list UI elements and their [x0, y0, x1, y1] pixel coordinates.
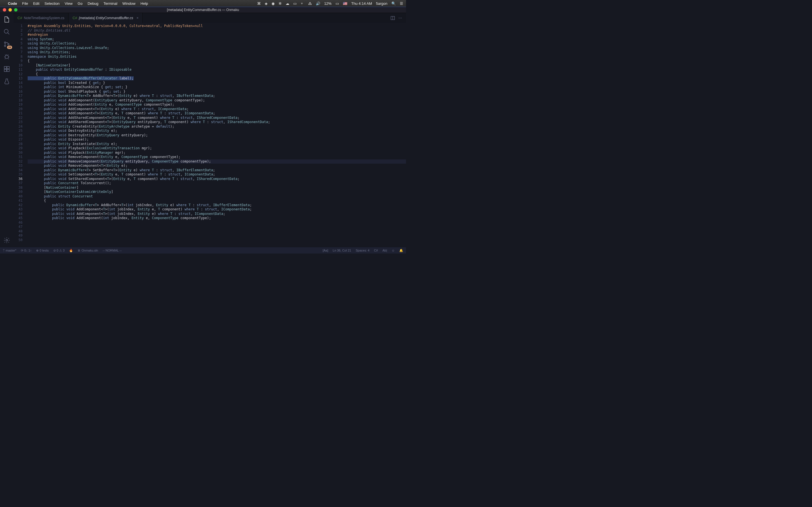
indent-indicator[interactable]: Spaces: 4 [356, 249, 369, 252]
more-actions-icon[interactable]: ⋯ [398, 16, 402, 20]
window-title: [metadata] EntityCommandBuffer.cs — Onma… [0, 8, 406, 12]
scm-badge: 26 [7, 46, 12, 49]
unity-icon[interactable]: ◈ [265, 1, 267, 6]
svg-point-2 [4, 45, 6, 47]
menu-edit[interactable]: Edit [33, 1, 39, 6]
menu-terminal[interactable]: Terminal [103, 1, 117, 6]
svg-point-0 [4, 29, 8, 33]
line-number-gutter: 1234567891011121314151617181920212223242… [13, 23, 28, 247]
display-icon[interactable]: ▭ [293, 1, 297, 6]
cloud-icon[interactable]: ☁ [286, 1, 289, 6]
tab-notetimebakingsystem[interactable]: C# NoteTimeBakingSystem.cs [13, 13, 68, 23]
code-editor[interactable]: 1234567891011121314151617181920212223242… [13, 23, 406, 247]
feedback-icon[interactable]: ☺ [392, 249, 395, 252]
menu-file[interactable]: File [22, 1, 28, 6]
battery-icon[interactable]: ▭ [336, 1, 339, 6]
test-icon[interactable] [3, 78, 10, 85]
split-editor-icon[interactable] [391, 16, 395, 20]
activity-bar: 26 [0, 13, 13, 247]
editor-area: C# NoteTimeBakingSystem.cs C# [metadata]… [13, 13, 406, 247]
debug-icon[interactable] [3, 53, 10, 60]
spotlight-icon[interactable]: 🔍 [391, 1, 396, 6]
svg-rect-5 [4, 66, 6, 69]
svg-rect-7 [4, 69, 6, 71]
control-center-icon[interactable]: ☰ [400, 1, 403, 6]
username[interactable]: 5argon [376, 1, 388, 6]
flame-icon[interactable]: 🔥 [69, 249, 73, 252]
settings-icon[interactable] [3, 237, 10, 244]
close-icon[interactable]: × [137, 16, 139, 20]
cursor-position[interactable]: Ln 36, Col 21 [333, 249, 351, 252]
tab-entitycommandbuffer[interactable]: C# [metadata] EntityCommandBuffer.cs × [68, 13, 143, 23]
svg-point-1 [4, 42, 6, 43]
solution-indicator[interactable]: 🗎 Onmaku.sln [78, 249, 98, 252]
wifi-icon[interactable]: ᯤ [301, 1, 304, 6]
record-icon[interactable]: ◉ [271, 1, 274, 6]
extensions-icon[interactable] [3, 65, 10, 73]
menu-debug[interactable]: Debug [88, 1, 98, 6]
menu-go[interactable]: Go [78, 1, 82, 6]
svg-point-4 [5, 55, 8, 59]
volume-icon[interactable]: 🔊 [316, 1, 320, 6]
case-toggle[interactable]: [Aa] [322, 249, 328, 252]
flag-icon[interactable]: 🇺🇸 [343, 1, 347, 6]
tab-label: [metadata] EntityCommandBuffer.cs [79, 16, 133, 20]
csharp-icon: C# [17, 16, 22, 20]
main-layout: 26 C# NoteTimeBakingSystem.cs C# [metada… [0, 13, 406, 247]
bluetooth-icon[interactable]: ⁂ [308, 1, 312, 6]
menu-window[interactable]: Window [122, 1, 135, 6]
csharp-icon: C# [72, 16, 77, 20]
source-control-icon[interactable]: 26 [3, 41, 10, 48]
sync-indicator[interactable]: ⟳ 0↓ 1↑ [21, 249, 32, 252]
macos-menubar: Code File Edit Selection View Go Debug T… [0, 0, 406, 7]
clock[interactable]: Thu 4:14 AM [351, 1, 372, 6]
search-icon[interactable] [3, 28, 10, 36]
menu-help[interactable]: Help [140, 1, 148, 6]
problems-indicator[interactable]: ⊘ 0 ⚠ 3 [53, 249, 64, 252]
battery-percent[interactable]: 12% [324, 1, 332, 6]
svg-rect-6 [7, 66, 9, 69]
svg-point-9 [6, 239, 8, 241]
menubar-icon[interactable]: ⌘ [257, 1, 261, 6]
menu-selection[interactable]: Selection [45, 1, 59, 6]
svg-point-3 [8, 44, 9, 45]
branch-indicator[interactable]: ᛘ master* [3, 249, 16, 252]
spell-indicator[interactable]: Ab| [382, 249, 387, 252]
app-name[interactable]: Code [8, 1, 17, 6]
vim-mode: -- NORMAL -- [103, 249, 121, 252]
dropbox-icon[interactable]: ✲ [278, 1, 282, 6]
tab-bar: C# NoteTimeBakingSystem.cs C# [metadata]… [13, 13, 406, 23]
bell-icon[interactable]: 🔔 [399, 249, 403, 252]
explorer-icon[interactable] [3, 16, 10, 23]
window-titlebar: [metadata] EntityCommandBuffer.cs — Onma… [0, 7, 406, 13]
language-mode[interactable]: C# [374, 249, 378, 252]
tests-indicator[interactable]: ⊕ 0 tests [36, 249, 49, 252]
menu-view[interactable]: View [64, 1, 72, 6]
tab-label: NoteTimeBakingSystem.cs [24, 16, 64, 20]
code-content[interactable]: #region Assembly Unity.Entities, Version… [28, 23, 406, 247]
svg-rect-8 [7, 69, 9, 71]
status-bar: ᛘ master* ⟳ 0↓ 1↑ ⊕ 0 tests ⊘ 0 ⚠ 3 🔥 🗎 … [0, 247, 406, 253]
